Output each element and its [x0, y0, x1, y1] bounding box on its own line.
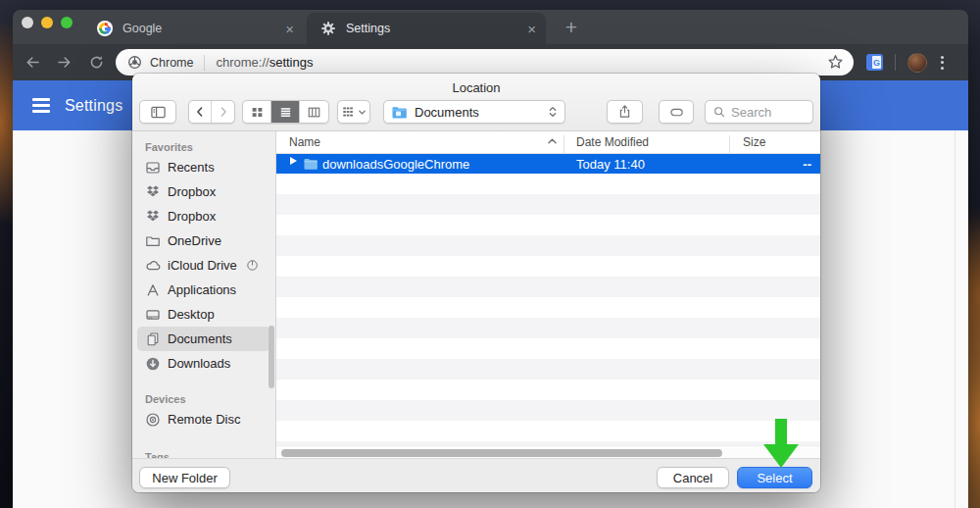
- sidebar-item-desktop[interactable]: Desktop: [132, 302, 275, 327]
- search-input[interactable]: [731, 105, 800, 120]
- view-switcher: [242, 100, 329, 124]
- forward-button[interactable]: [212, 101, 234, 123]
- reload-icon[interactable]: [88, 54, 105, 71]
- hamburger-menu-icon[interactable]: [32, 98, 50, 112]
- sidebar-item-onedrive[interactable]: OneDrive: [132, 229, 275, 253]
- column-header-size[interactable]: Size: [743, 135, 765, 149]
- dialog-footer: New Folder Cancel Select: [132, 458, 820, 492]
- tab-settings[interactable]: Settings ×: [307, 13, 546, 44]
- dialog-body: Favorites Recents Dropbox: [132, 131, 820, 458]
- list-view-button[interactable]: [271, 101, 300, 123]
- horizontal-scrollbar-track[interactable]: [276, 445, 820, 458]
- search-icon: [712, 105, 726, 119]
- sidebar-item-dropbox-1[interactable]: Dropbox: [132, 179, 275, 204]
- row-date-modified: Today 11:40: [576, 157, 645, 172]
- sidebar-item-documents[interactable]: Documents: [137, 327, 270, 351]
- column-divider: [564, 135, 564, 153]
- sidebar-toggle-icon: [150, 104, 167, 121]
- sidebar-item-label: Recents: [168, 160, 215, 175]
- dialog-title: Location: [132, 74, 820, 95]
- omnibox[interactable]: Chrome chrome://settings: [116, 49, 854, 76]
- url-app-name: Chrome: [150, 56, 193, 70]
- tab-google[interactable]: Google ×: [83, 13, 304, 44]
- close-tab-icon[interactable]: ×: [285, 22, 294, 36]
- back-button[interactable]: [189, 101, 212, 123]
- horizontal-scrollbar-thumb[interactable]: [281, 449, 722, 457]
- zoom-window-button[interactable]: [61, 17, 73, 28]
- browser-menu-icon[interactable]: [941, 56, 944, 70]
- disc-icon: [145, 412, 161, 428]
- sidebar-item-label: Downloads: [168, 356, 230, 371]
- url-divider: [204, 55, 205, 71]
- sidebar-section-tags: Tags: [132, 447, 275, 458]
- table-row-selected[interactable]: downloadsGoogleChrome Today 11:40 --: [276, 154, 820, 174]
- sidebar-toggle-button[interactable]: [139, 100, 176, 124]
- forward-icon[interactable]: [56, 54, 73, 71]
- sidebar-item-icloud-drive[interactable]: iCloud Drive: [132, 253, 275, 278]
- column-header-name[interactable]: Name: [289, 135, 320, 149]
- tab-label: Google: [122, 22, 304, 35]
- toolbar-divider: [895, 54, 896, 71]
- tag-icon: [668, 105, 685, 120]
- sidebar-item-applications[interactable]: Applications: [132, 278, 275, 302]
- share-button[interactable]: [607, 100, 643, 124]
- sidebar-item-recents[interactable]: Recents: [132, 155, 275, 179]
- disclosure-triangle-icon[interactable]: [290, 157, 297, 165]
- chrome-page-icon: [127, 55, 142, 70]
- column-header-date-modified[interactable]: Date Modified: [576, 135, 649, 149]
- sidebar-item-label: Desktop: [168, 307, 215, 322]
- group-by-icon: [341, 105, 355, 119]
- sidebar-item-remote-disc[interactable]: Remote Disc: [132, 407, 275, 432]
- page-scrollbar-track[interactable]: [955, 130, 956, 508]
- sidebar-item-label: Applications: [168, 282, 236, 297]
- new-tab-button[interactable]: +: [558, 14, 585, 41]
- history-nav-group: [188, 100, 235, 124]
- cancel-button[interactable]: Cancel: [657, 467, 729, 488]
- dropbox-icon: [145, 184, 161, 200]
- profile-avatar[interactable]: [907, 53, 927, 73]
- close-window-button[interactable]: [22, 17, 33, 28]
- sidebar-item-label: Remote Disc: [168, 412, 240, 427]
- dropbox-icon: [145, 209, 161, 225]
- sort-ascending-icon: [547, 137, 558, 145]
- desktop-icon: [145, 307, 161, 323]
- file-list: Name Date Modified Size downloadsGoogleC…: [276, 131, 820, 458]
- icon-view-button[interactable]: [243, 101, 271, 123]
- empty-rows: [276, 174, 820, 445]
- bookmark-star-icon[interactable]: [827, 54, 844, 71]
- column-view-button[interactable]: [300, 101, 328, 123]
- tags-button[interactable]: [659, 100, 694, 124]
- google-g-icon: [97, 21, 113, 36]
- sidebar-scrollbar[interactable]: [269, 326, 274, 388]
- location-label: Documents: [415, 105, 548, 120]
- sidebar-section-devices: Devices: [132, 389, 275, 407]
- blue-folder-icon: [303, 157, 318, 171]
- folder-outline-icon: [145, 233, 161, 249]
- sidebar-section-favorites: Favorites: [132, 137, 275, 155]
- back-icon[interactable]: [24, 54, 41, 71]
- applications-icon: [145, 282, 161, 298]
- select-button[interactable]: Select: [737, 467, 812, 488]
- chevron-down-icon: [358, 108, 367, 117]
- tab-strip: Google × Settings × +: [13, 10, 968, 44]
- settings-page-title: Settings: [65, 97, 122, 115]
- sidebar-item-downloads[interactable]: Downloads: [132, 351, 275, 376]
- search-field[interactable]: [705, 100, 813, 124]
- sidebar-item-dropbox-2[interactable]: Dropbox: [132, 204, 275, 229]
- close-tab-icon[interactable]: ×: [527, 22, 536, 36]
- url-text[interactable]: chrome://settings: [216, 55, 313, 70]
- cloud-icon: [145, 258, 161, 274]
- dialog-sidebar: Favorites Recents Dropbox: [132, 131, 276, 458]
- new-folder-button[interactable]: New Folder: [139, 467, 230, 488]
- group-by-button[interactable]: [337, 100, 370, 124]
- file-picker-dialog: Location: [132, 74, 820, 492]
- sidebar-item-label: OneDrive: [168, 233, 221, 248]
- minimize-window-button[interactable]: [41, 17, 53, 28]
- extension-icon[interactable]: G: [866, 54, 883, 71]
- recents-icon: [145, 160, 161, 176]
- sync-progress-icon: [246, 259, 259, 272]
- annotation-arrow-icon: [761, 419, 801, 470]
- location-dropdown[interactable]: Documents: [383, 100, 565, 124]
- tab-label: Settings: [346, 22, 546, 35]
- list-column-headers: Name Date Modified Size: [276, 131, 820, 154]
